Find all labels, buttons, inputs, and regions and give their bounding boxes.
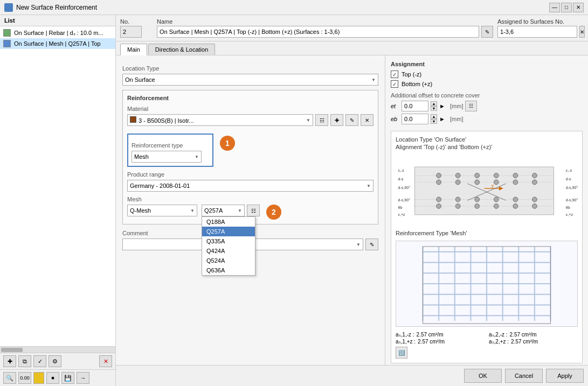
svg-point-25 bbox=[513, 180, 518, 185]
add-button[interactable]: ✚ bbox=[3, 355, 16, 367]
svg-text:d‑s: d‑s bbox=[566, 177, 571, 181]
assigned-input[interactable] bbox=[497, 26, 577, 38]
no-input[interactable] bbox=[120, 26, 142, 38]
top-checkbox-row: ✓ Top (-z) bbox=[391, 71, 583, 78]
mesh-type-select[interactable]: Q-Mesh ▼ bbox=[127, 205, 197, 216]
list-scrollbar[interactable] bbox=[0, 346, 115, 353]
tab-main[interactable]: Main bbox=[120, 44, 147, 55]
svg-point-41 bbox=[475, 203, 480, 208]
dropdown-Q335A[interactable]: Q335A bbox=[202, 236, 255, 246]
mesh-dropdown: Q188A Q257A Q335A Q424A Q524A Q636A bbox=[202, 216, 255, 276]
assigned-label: Assigned to Surfaces No. bbox=[497, 18, 584, 25]
tab-direction[interactable]: Direction & Location bbox=[148, 44, 215, 55]
svg-text:d‑s,90°: d‑s,90° bbox=[398, 186, 410, 190]
et-table-btn[interactable]: ☷ bbox=[465, 101, 477, 111]
badge-2: 2 bbox=[266, 205, 281, 220]
et-input[interactable] bbox=[402, 101, 428, 111]
list-header: List bbox=[0, 15, 115, 26]
material-delete-btn[interactable]: ✕ bbox=[361, 114, 373, 126]
et-unit: [mm] bbox=[450, 103, 463, 109]
svg-point-22 bbox=[455, 180, 460, 185]
eb-label: eb bbox=[391, 116, 399, 122]
et-spin-down[interactable]: ▼ bbox=[431, 106, 437, 111]
material-select[interactable]: 3 - B500S(B) | Isotr... ▼ bbox=[127, 114, 313, 126]
scroll-thumb bbox=[1, 348, 23, 352]
value-icon-btn[interactable]: 0.00 bbox=[18, 372, 31, 384]
dropdown-Q188A[interactable]: Q188A bbox=[202, 217, 255, 227]
eb-spin-down[interactable]: ▼ bbox=[431, 119, 437, 124]
maximize-button[interactable]: □ bbox=[561, 3, 572, 12]
item-text-2: On Surface | Mesh | Q257A | Top bbox=[14, 40, 101, 47]
list-items: On Surface | Rebar | dₛ : 10.0 m... On S… bbox=[0, 26, 115, 346]
list-item-selected[interactable]: On Surface | Mesh | Q257A | Top bbox=[0, 38, 115, 49]
svg-text:c,-z: c,-z bbox=[398, 169, 404, 173]
dropdown-Q524A[interactable]: Q524A bbox=[202, 256, 255, 265]
eb-input[interactable] bbox=[402, 114, 428, 124]
arrow-icon-btn[interactable]: → bbox=[77, 372, 89, 384]
dropdown-Q636A[interactable]: Q636A bbox=[202, 265, 255, 275]
check-button[interactable]: ✓ bbox=[33, 355, 46, 367]
rtype-select[interactable]: Mesh ▼ bbox=[132, 151, 202, 163]
assigned-field-group: Assigned to Surfaces No. ✕ bbox=[497, 18, 584, 38]
info-grid: aₛ,1,-z : 2.57 cm²/m aₛ,2,-z : 2.57 cm²/… bbox=[396, 332, 578, 345]
svg-text:θb: θb bbox=[566, 206, 570, 210]
assigned-clear-button[interactable]: ✕ bbox=[579, 26, 585, 38]
svg-text:c,+z: c,+z bbox=[398, 213, 405, 217]
et-spin-up[interactable]: ▲ bbox=[431, 101, 437, 106]
svg-point-18 bbox=[513, 173, 518, 178]
close-button[interactable]: ✕ bbox=[573, 3, 584, 12]
svg-point-19 bbox=[532, 173, 537, 178]
bottom-checkbox[interactable]: ✓ bbox=[391, 80, 398, 88]
svg-text:d‑s,90°: d‑s,90° bbox=[566, 186, 578, 190]
rtype-label: Reinforcement type bbox=[132, 142, 209, 149]
as2pz-value: 2.57 cm²/m bbox=[511, 339, 538, 345]
as1pz-label: aₛ,1,+z : bbox=[396, 339, 416, 345]
filter-icon-btn[interactable]: 💾 bbox=[61, 372, 74, 384]
bottom-bar: OK Cancel Apply bbox=[116, 365, 588, 386]
assignment-title: Assignment bbox=[391, 61, 583, 67]
svg-point-16 bbox=[475, 173, 480, 178]
dropdown-Q257A[interactable]: Q257A bbox=[202, 227, 255, 236]
right-content: Assignment ✓ Top (-z) ✓ Bottom (+z) Addi… bbox=[385, 55, 588, 365]
copy-button[interactable]: ⧉ bbox=[18, 355, 31, 367]
badge-1: 1 bbox=[220, 136, 235, 151]
name-field-group: Name ✎ bbox=[157, 18, 493, 38]
minimize-button[interactable]: — bbox=[549, 3, 560, 12]
material-add-btn[interactable]: ✚ bbox=[330, 114, 343, 126]
assignment-section: Assignment ✓ Top (-z) ✓ Bottom (+z) Addi… bbox=[391, 61, 583, 127]
diagram-info-btn[interactable]: 🔢 bbox=[396, 347, 407, 359]
eb-spin-up[interactable]: ▲ bbox=[431, 114, 437, 119]
location-type-select[interactable]: On Surface ▼ bbox=[122, 74, 378, 86]
svg-point-40 bbox=[455, 203, 460, 208]
apply-button[interactable]: Apply bbox=[546, 369, 584, 383]
color-icon-btn[interactable] bbox=[33, 372, 44, 384]
delete-button[interactable]: ✕ bbox=[99, 355, 112, 367]
ok-button[interactable]: OK bbox=[464, 369, 502, 383]
product-range-select[interactable]: Germany - 2008-01-01 ▼ bbox=[127, 180, 373, 192]
svg-point-23 bbox=[475, 180, 480, 185]
list-item[interactable]: On Surface | Rebar | dₛ : 10.0 m... bbox=[0, 27, 115, 38]
material-table-btn[interactable]: ☷ bbox=[315, 114, 328, 126]
name-edit-button[interactable]: ✎ bbox=[481, 26, 493, 38]
mesh-model-select[interactable]: Q257A ▼ bbox=[202, 205, 245, 216]
diagram-title: Location Type 'On Surface' Alignment 'To… bbox=[396, 136, 578, 151]
settings-button[interactable]: ⚙ bbox=[49, 355, 61, 367]
svg-text:d‑s: d‑s bbox=[398, 177, 403, 181]
dropdown-Q424A[interactable]: Q424A bbox=[202, 246, 255, 256]
product-range-label: Product range bbox=[127, 171, 373, 178]
comment-edit-btn[interactable]: ✎ bbox=[365, 238, 378, 250]
location-type-arrow: ▼ bbox=[371, 78, 376, 82]
cancel-button[interactable]: Cancel bbox=[505, 369, 543, 383]
mesh-table-btn[interactable]: ☷ bbox=[247, 205, 260, 216]
svg-text:y: y bbox=[492, 183, 494, 188]
window-title: New Surface Reinforcement bbox=[16, 4, 97, 11]
name-input[interactable] bbox=[157, 26, 479, 38]
search-icon-btn[interactable]: 🔍 bbox=[3, 372, 16, 384]
item-color-2 bbox=[3, 40, 11, 47]
top-checkbox[interactable]: ✓ bbox=[391, 71, 398, 78]
right-panel: No. Name ✎ Assigned to Surfaces No. ✕ Ma bbox=[116, 15, 588, 386]
location-type-label: Location Type bbox=[122, 65, 378, 72]
svg-point-36 bbox=[513, 197, 518, 202]
material-edit-btn[interactable]: ✎ bbox=[345, 114, 358, 126]
surface-icon-btn[interactable]: ■ bbox=[46, 372, 59, 384]
